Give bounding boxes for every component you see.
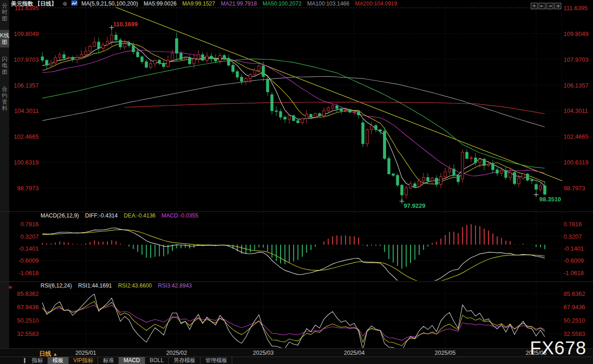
macd-panel: [42, 224, 545, 288]
main-axis-tick-right: 109.8049: [564, 30, 588, 37]
rsi-axis-tick-left: 32.5583: [10, 330, 39, 337]
toolbar-item-另存模板[interactable]: 另存模板: [169, 357, 200, 364]
macd-rsi-divider: [0, 282, 593, 282]
main-axis-tick-left: 100.6319: [10, 159, 39, 166]
toolbar-item-BOLL[interactable]: BOLL: [145, 357, 169, 364]
peak-price-label: 110.1699: [113, 21, 138, 28]
toolbar-item-指标[interactable]: 指标: [27, 357, 48, 364]
macd-axis-tick-right: -0.1401: [564, 245, 584, 252]
macd-header: MACD(26,12,9) DIFF:-0.4314 DEA:-0.4136 M…: [41, 212, 203, 219]
main-axis-tick-left: 106.1357: [10, 82, 39, 89]
price-marker-cross: [534, 193, 539, 197]
main-axis-tick-right: 98.7973: [564, 185, 585, 192]
rsi-axis-tick-right: 85.6362: [564, 290, 585, 297]
candlestick-panel: [41, 5, 564, 200]
rsi-title: RSI(6,12,24): [41, 282, 72, 289]
rsi1-value: RSI1:44.1691: [78, 282, 112, 289]
toolbar-drag-handle[interactable]: [24, 358, 25, 363]
macd-axis-tick-right: -0.6009: [564, 257, 584, 264]
macd-hist-value: MACD:-0.0355: [162, 212, 198, 219]
main-macd-divider: [0, 211, 593, 212]
rsi-axis-tick-left: 50.2510: [10, 317, 39, 324]
rsi2-value: RSI2:43.6600: [118, 282, 152, 289]
trough-price-label: 97.9229: [404, 202, 425, 209]
macd-dea-value: DEA:-0.4136: [124, 212, 156, 219]
macd-diff-value: DIFF:-0.4314: [85, 212, 118, 219]
trading-app-window: 分时图K线图闪电图合约资料 美元指数 【日线】 ⊕MA(5,9,21,50,10…: [0, 0, 593, 364]
main-axis-tick-right: 102.4665: [564, 133, 588, 140]
last-price-label: 98.3510: [540, 196, 561, 203]
chart-canvas[interactable]: [0, 0, 593, 364]
macd-title: MACD(26,12,9): [41, 212, 79, 219]
macd-axis-tick-left: 0.3207: [10, 233, 39, 240]
rsi-axis-tick-left: 85.6362: [10, 290, 39, 297]
main-axis-tick-right: 106.1357: [564, 82, 588, 89]
month-label: 2025/03: [253, 350, 274, 356]
rsi-axis-tick-right: 32.5583: [564, 330, 585, 337]
month-label: 2025/02: [166, 350, 187, 356]
rsi-panel: [42, 294, 545, 351]
main-axis-tick-right: 100.6319: [564, 159, 588, 166]
macd-axis-tick-right: 0.3207: [564, 233, 582, 240]
main-axis-tick-left: 104.3011: [10, 107, 39, 114]
main-axis-tick-left: 98.7973: [10, 185, 39, 192]
macd-axis-tick-left: -0.1401: [10, 245, 39, 252]
main-axis-tick-left: 107.9703: [10, 56, 39, 63]
main-axis-tick-left: 111.6395: [10, 5, 39, 12]
month-label: 2025/04: [344, 350, 364, 356]
x-axis-strip: 日线 ▲ 2025/012025/022025/032025/042025/05…: [0, 348, 593, 357]
bottom-toolbar: 指标模板VIP指标标准MACDBOLL另存模板管理模板: [0, 357, 593, 364]
month-label: 2025/05: [435, 350, 456, 356]
rsi-axis-tick-right: 67.9436: [564, 304, 585, 311]
macd-axis-tick-left: -1.0618: [10, 270, 39, 276]
rsi-header: RSI(6,12,24) RSI1:44.1691 RSI2:43.6600 R…: [41, 282, 196, 289]
macd-axis-tick-left: 0.7816: [10, 221, 39, 228]
toolbar-item-模板[interactable]: 模板: [48, 357, 69, 364]
main-axis-tick-left: 102.4665: [10, 133, 39, 140]
rsi3-value: RSI3:42.8943: [158, 282, 192, 289]
main-axis-tick-right: 104.3011: [564, 107, 588, 114]
toolbar-item-管理模板[interactable]: 管理模板: [200, 357, 232, 364]
macd-axis-tick-right: -1.0618: [564, 270, 584, 276]
toolbar-item-标准[interactable]: 标准: [98, 357, 119, 364]
chevron-up-icon: ▲: [53, 352, 58, 357]
rsi-axis-tick-right: 50.2510: [564, 317, 585, 324]
month-label: 2025/01: [75, 350, 96, 356]
main-axis-tick-left: 109.8049: [10, 30, 39, 37]
main-axis-tick-right: 111.6395: [564, 5, 587, 12]
rsi-settings-icon[interactable]: ✳: [8, 284, 12, 291]
rsi-axis-tick-left: 67.9436: [10, 304, 39, 311]
watermark: FX678: [530, 338, 587, 358]
toolbar-item-MACD[interactable]: MACD: [119, 357, 145, 364]
macd-axis-tick-left: -0.6009: [10, 257, 39, 264]
gridlines: [41, 8, 562, 347]
macd-axis-tick-right: 0.7816: [564, 221, 582, 228]
toolbar-item-VIP指标[interactable]: VIP指标: [69, 357, 98, 364]
main-axis-tick-right: 107.9703: [564, 56, 588, 63]
